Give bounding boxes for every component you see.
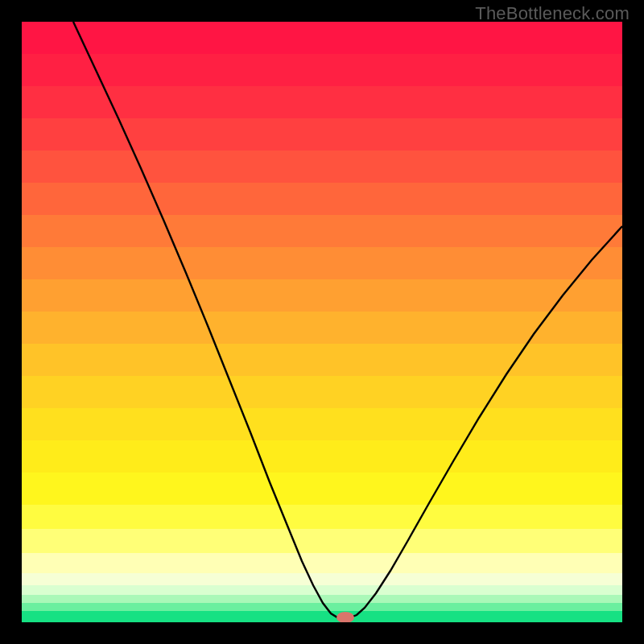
- optimum-marker: [336, 612, 354, 622]
- plot-area: [22, 22, 622, 622]
- chart-frame: TheBottleneck.com: [0, 0, 644, 644]
- bottleneck-curve: [73, 22, 622, 617]
- curve-layer: [22, 22, 622, 622]
